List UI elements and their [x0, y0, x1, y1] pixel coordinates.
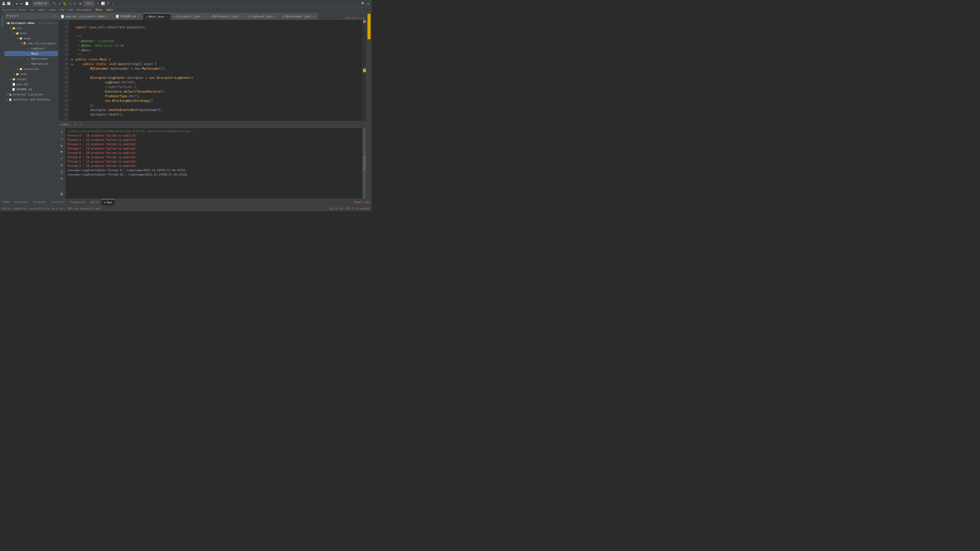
- left-vertical-tabs: Project: [0, 13, 5, 199]
- rerun-btn[interactable]: ↺: [59, 129, 65, 135]
- timer-icon[interactable]: ⏱: [106, 2, 110, 6]
- debug-icon[interactable]: 🐛: [63, 2, 67, 6]
- tab-profiler[interactable]: Profiler: [49, 199, 68, 206]
- tab-close-icon[interactable]: ✕: [274, 15, 277, 18]
- cursor-position[interactable]: 35:39: [330, 207, 338, 210]
- tab-problems[interactable]: Problems: [12, 199, 30, 206]
- tab-terminal[interactable]: Terminal: [30, 199, 49, 206]
- arrow-icon: ▶: [9, 78, 12, 80]
- tab-logevent[interactable]: ☕ LogEvent.java ✕: [245, 13, 280, 20]
- tree-target[interactable]: ▶ 📁 target: [5, 76, 58, 82]
- breadcrumb-java[interactable]: java: [49, 8, 56, 11]
- tree-src[interactable]: ▼ 📁 src: [5, 25, 58, 30]
- breadcrumb-method[interactable]: main: [106, 8, 113, 11]
- project-tab[interactable]: Project: [0, 14, 4, 27]
- event-log-btn[interactable]: Event Log: [351, 200, 372, 204]
- run-gutter-20[interactable]: ▶: [72, 62, 76, 66]
- tab-build[interactable]: Build: [88, 199, 102, 206]
- search-icon[interactable]: 🔍: [361, 2, 365, 6]
- tree-main-class[interactable]: ☕ Main: [5, 51, 58, 56]
- tab-close-icon[interactable]: ✕: [107, 15, 110, 18]
- tab-myproducer[interactable]: ☕ MyProducer.java ✕: [207, 13, 245, 20]
- tab-todo[interactable]: TODO: [0, 199, 12, 206]
- code-content[interactable]: import java.util.concurrent.Executors; /…: [69, 20, 363, 121]
- back-icon[interactable]: ◀: [14, 2, 19, 6]
- arrow-icon: ▶: [16, 68, 19, 70]
- tree-resources[interactable]: ▶ 📁 resources: [5, 66, 58, 71]
- breadcrumb-disruptor[interactable]: disruptor: [77, 8, 92, 11]
- arrow-icon: ▼: [13, 32, 16, 35]
- sidebar-gear-icon[interactable]: ⚙: [54, 14, 56, 17]
- tree-pomxml[interactable]: 📄 pom.xml: [5, 82, 58, 87]
- stop-icon[interactable]: ■: [78, 2, 83, 6]
- settings-run-btn[interactable]: ⚙: [72, 121, 78, 128]
- tab-main[interactable]: ☕ Main.java ✕: [143, 13, 171, 20]
- trash-btn[interactable]: 🗑: [59, 191, 65, 197]
- tab-readme[interactable]: 📝 README.md ✕: [113, 13, 143, 20]
- build-icon[interactable]: 🔨: [53, 2, 57, 6]
- indent-label[interactable]: 4 spaces: [356, 207, 369, 210]
- tab-endpoints[interactable]: Endpoints: [68, 199, 88, 206]
- tree-myproducer[interactable]: ☕ MyProducer: [5, 61, 58, 66]
- scroll-up-btn[interactable]: ▲: [59, 142, 65, 148]
- scroll-pos-indicator: [363, 68, 366, 72]
- coverage-icon[interactable]: ☂: [96, 2, 100, 6]
- close-run-btn[interactable]: ✕: [78, 121, 84, 128]
- code-line-32: [72, 117, 363, 121]
- tab-close-icon[interactable]: ✕: [137, 15, 140, 18]
- bottom-tab-bar: TODO Problems Terminal Profiler Endpoint…: [0, 199, 372, 206]
- tree-java[interactable]: ▼ 📁 java: [5, 36, 58, 41]
- tree-main[interactable]: ▼ 📁 main: [5, 30, 58, 36]
- rerun-icon[interactable]: ↺: [68, 2, 72, 6]
- word-book-label[interactable]: Word Book: [363, 156, 366, 170]
- main-area: Project Project ⚙ ▼ 📁 disruptor-demo ~/D…: [0, 13, 372, 199]
- tab-pomxml[interactable]: 📄 pom.xml (disruptor-demo) ✕: [58, 13, 113, 20]
- tab-myconsumer[interactable]: ☕ MyConsumer.java ✕: [280, 13, 318, 20]
- settings2-btn[interactable]: ⚙: [59, 176, 65, 181]
- tab-close-icon[interactable]: ✕: [165, 15, 168, 18]
- tree-logevent[interactable]: ☕ LogEvent: [5, 46, 58, 51]
- tree-project-root[interactable]: ▼ 📁 disruptor-demo ~/Data/IdeaPro...: [5, 21, 58, 25]
- tree-myconsumer[interactable]: ☕ MyConsumer: [5, 56, 58, 61]
- breadcrumb-com[interactable]: com: [59, 8, 64, 11]
- sync-icon[interactable]: 🔄: [6, 2, 11, 6]
- breadcrumb-src[interactable]: src: [29, 8, 35, 11]
- settings-icon[interactable]: ⚙: [366, 2, 370, 6]
- check-icon[interactable]: ✓: [111, 2, 115, 6]
- pen-btn[interactable]: ✎: [59, 136, 65, 141]
- profile-icon[interactable]: 📊: [101, 2, 105, 6]
- console-btn[interactable]: ☰: [59, 169, 65, 175]
- tree-external[interactable]: ▶ 📚 External Libraries: [5, 92, 58, 97]
- code-line-27: ProducerType.MULTI,: [72, 94, 363, 98]
- tree-label: java: [24, 37, 30, 40]
- filter-btn[interactable]: ⊞: [59, 162, 65, 168]
- scroll-down-btn[interactable]: ▼: [59, 149, 65, 155]
- forward-icon[interactable]: ▶: [20, 2, 24, 6]
- tree-readme[interactable]: 📝 README.md: [5, 87, 58, 92]
- tree-test[interactable]: ▶ 📁 test: [5, 71, 58, 76]
- tail-button[interactable]: Tail: [83, 1, 95, 6]
- breadcrumb-project[interactable]: disruptor-demo: [2, 8, 26, 11]
- tab-run[interactable]: ▶ Run: [102, 199, 115, 206]
- run-gutter-19[interactable]: ▶: [72, 57, 76, 62]
- encoding-label[interactable]: UTF-8: [345, 207, 354, 210]
- breadcrumb-classname[interactable]: Main: [96, 8, 103, 11]
- file-icon[interactable]: 📄: [25, 2, 29, 6]
- code-line-30: disruptor.handleEventsWith(myConsumer);: [72, 108, 363, 112]
- tab-close-icon[interactable]: ✕: [239, 15, 242, 18]
- code-editor[interactable]: 11121314 15161718 19202122 23242526 2728…: [58, 20, 366, 121]
- run-config-dropdown[interactable]: ▶ Main ▼: [33, 1, 49, 6]
- wrap-btn[interactable]: ↩: [59, 156, 65, 161]
- tab-close-icon[interactable]: ✕: [201, 15, 204, 18]
- tab-close-icon[interactable]: ✕: [312, 15, 315, 18]
- bottom-panel: ▶ Main ⚙ ✕ ↺ ✎ ▲ ▼ ↩ ⊞: [58, 121, 366, 199]
- breadcrumb-main[interactable]: main: [38, 8, 45, 11]
- tab-disruptor[interactable]: ☕ Disruptor.java ✕: [171, 13, 207, 20]
- tree-package[interactable]: ▼ 📦 com.lsh.disruptor: [5, 41, 58, 46]
- tree-label: MyConsumer: [32, 57, 48, 60]
- run-icon[interactable]: ▶: [58, 2, 62, 6]
- run2-icon[interactable]: ▶: [73, 2, 77, 6]
- tree-scratches[interactable]: ▶ 📋 Scratches and Consoles: [5, 97, 58, 102]
- breadcrumb-lsh[interactable]: lsh: [68, 8, 73, 11]
- save-icon[interactable]: 💾: [2, 2, 6, 6]
